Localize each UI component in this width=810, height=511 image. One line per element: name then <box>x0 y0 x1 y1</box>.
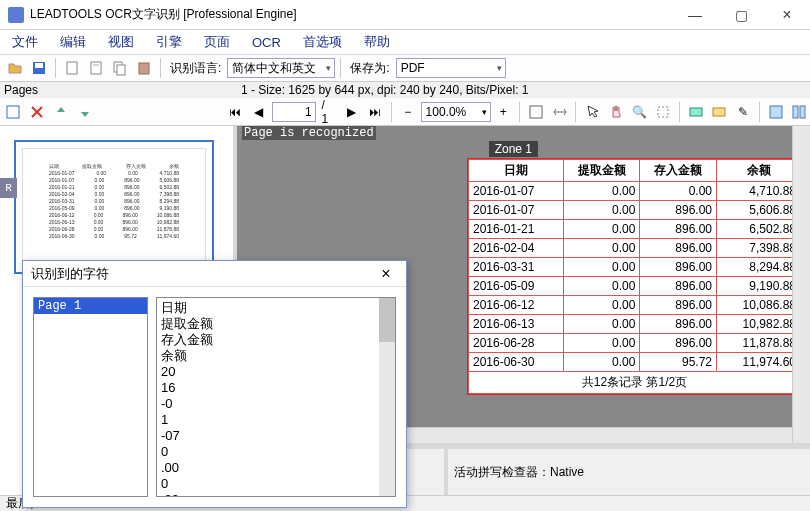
char-line: .00 <box>161 492 391 497</box>
svg-rect-7 <box>139 63 149 74</box>
svg-rect-6 <box>117 65 125 75</box>
menu-page[interactable]: 页面 <box>204 33 230 51</box>
app-icon <box>8 7 24 23</box>
table-row: 2016-01-210.00896.006,502.88 <box>469 220 801 239</box>
page-thumbnail[interactable]: 日期提取金额存入金额余额2016-01-070.000.004,710.8820… <box>14 140 214 274</box>
move-down-icon[interactable] <box>74 101 96 123</box>
table-row: 2016-05-090.00896.009,190.88 <box>469 277 801 296</box>
pencil-icon[interactable]: ✎ <box>732 101 754 123</box>
svg-rect-2 <box>67 62 77 74</box>
menu-options[interactable]: 首选项 <box>303 33 342 51</box>
table-header: 余额 <box>717 160 801 182</box>
char-line: 提取金额 <box>161 316 391 332</box>
svg-rect-3 <box>91 62 101 74</box>
hand-icon[interactable] <box>605 101 627 123</box>
page-info: 1 - Size: 1625 by 644 px, dpi: 240 by 24… <box>241 83 810 97</box>
char-line: 日期 <box>161 300 391 316</box>
char-line: .00 <box>161 460 391 476</box>
char-line: -0 <box>161 396 391 412</box>
char-line: 20 <box>161 364 391 380</box>
delete-icon[interactable] <box>26 101 48 123</box>
chars-text[interactable]: 日期提取金额存入金额余额2016-01-070.000.004,710.88 <box>156 297 396 497</box>
list-item[interactable]: Page 1 <box>34 298 147 314</box>
pages-label: Pages <box>4 83 241 97</box>
copy-icon[interactable] <box>109 57 131 79</box>
doc2-icon[interactable] <box>85 57 107 79</box>
svg-rect-8 <box>7 106 19 118</box>
zone-icon[interactable] <box>685 101 707 123</box>
fit-icon[interactable] <box>525 101 547 123</box>
zone-box[interactable]: 日期提取金额存入金额余额 2016-01-070.000.004,710.882… <box>467 158 802 395</box>
char-line: 余额 <box>161 348 391 364</box>
svg-rect-10 <box>658 107 668 117</box>
page-number-input[interactable] <box>272 102 316 122</box>
toolbar-main: 识别语言: 简体中文和英文 保存为: PDF <box>0 54 810 82</box>
save-icon[interactable] <box>28 57 50 79</box>
menu-engine[interactable]: 引擎 <box>156 33 182 51</box>
thumb-view-icon[interactable] <box>2 101 24 123</box>
lang-label: 识别语言: <box>170 60 221 77</box>
menu-ocr[interactable]: OCR <box>252 35 281 50</box>
paste-icon[interactable] <box>133 57 155 79</box>
recognized-chars-dialog: 识别到的字符 × Page 1 日期提取金额存入金额余额2016-01-070.… <box>22 260 407 508</box>
minimize-button[interactable]: — <box>672 0 718 30</box>
close-button[interactable]: × <box>764 0 810 30</box>
svg-rect-15 <box>800 106 805 118</box>
saveas-label: 保存为: <box>350 60 389 77</box>
table-row: 2016-06-280.00896.0011,878.88 <box>469 334 801 353</box>
char-line: 0 <box>161 476 391 492</box>
maximize-button[interactable]: ▢ <box>718 0 764 30</box>
zoom-in-icon[interactable]: + <box>493 101 515 123</box>
menu-file[interactable]: 文件 <box>12 33 38 51</box>
doc1-icon[interactable] <box>61 57 83 79</box>
last-page-icon[interactable]: ⏭ <box>364 101 386 123</box>
page-total: / 1 <box>322 98 335 126</box>
vertical-scrollbar[interactable] <box>792 126 810 443</box>
first-page-icon[interactable]: ⏮ <box>224 101 246 123</box>
zone-edit-icon[interactable] <box>708 101 730 123</box>
menubar: 文件 编辑 视图 引擎 页面 OCR 首选项 帮助 <box>0 30 810 54</box>
lang-select[interactable]: 简体中文和英文 <box>227 58 335 78</box>
svg-rect-9 <box>530 106 542 118</box>
move-up-icon[interactable] <box>50 101 72 123</box>
window-title: LEADTOOLS OCR文字识别 [Professional Engine] <box>30 6 672 23</box>
char-line: 1 <box>161 412 391 428</box>
zoom-select[interactable]: 100.0% <box>421 102 491 122</box>
fit-width-icon[interactable] <box>549 101 571 123</box>
menu-help[interactable]: 帮助 <box>364 33 390 51</box>
data-table: 日期提取金额存入金额余额 2016-01-070.000.004,710.882… <box>468 159 801 394</box>
pointer-icon[interactable] <box>581 101 603 123</box>
prev-page-icon[interactable]: ◀ <box>248 101 270 123</box>
select-icon[interactable] <box>652 101 674 123</box>
view2-icon[interactable] <box>788 101 810 123</box>
next-page-icon[interactable]: ▶ <box>341 101 363 123</box>
svg-rect-12 <box>713 108 725 116</box>
svg-rect-13 <box>770 106 782 118</box>
table-footer: 共12条记录 第1/2页 <box>469 372 801 394</box>
table-row: 2016-01-070.000.004,710.88 <box>469 182 801 201</box>
spell-value: Native <box>550 465 584 479</box>
side-tab[interactable]: R <box>0 178 17 198</box>
table-row: 2016-03-310.00896.008,294.88 <box>469 258 801 277</box>
view1-icon[interactable] <box>765 101 787 123</box>
saveas-select[interactable]: PDF <box>396 58 506 78</box>
open-icon[interactable] <box>4 57 26 79</box>
table-row: 2016-06-130.00896.0010,982.88 <box>469 315 801 334</box>
svg-rect-1 <box>35 63 43 68</box>
table-row: 2016-02-040.00896.007,398.88 <box>469 239 801 258</box>
table-header: 提取金额 <box>563 160 640 182</box>
svg-rect-11 <box>690 108 702 116</box>
zoom-out-icon[interactable]: − <box>397 101 419 123</box>
text-scrollbar[interactable] <box>379 298 395 496</box>
menu-edit[interactable]: 编辑 <box>60 33 86 51</box>
zoom-tool-icon[interactable]: 🔍 <box>629 101 651 123</box>
char-line: -07 <box>161 428 391 444</box>
toolbar-secondary: ⏮ ◀ / 1 ▶ ⏭ − 100.0% + 🔍 ✎ <box>0 98 810 126</box>
page-list[interactable]: Page 1 <box>33 297 148 497</box>
spell-label: 活动拼写检查器： <box>454 464 550 481</box>
menu-view[interactable]: 视图 <box>108 33 134 51</box>
dialog-close-icon[interactable]: × <box>374 265 398 283</box>
table-row: 2016-01-070.00896.005,606.88 <box>469 201 801 220</box>
svg-rect-14 <box>793 106 798 118</box>
table-header: 存入金额 <box>640 160 717 182</box>
